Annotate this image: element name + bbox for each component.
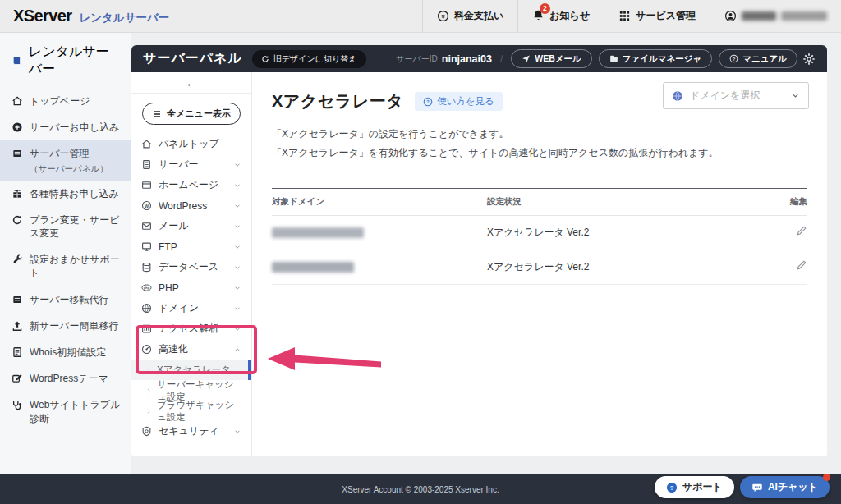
database-icon xyxy=(141,262,152,273)
pencil-icon[interactable] xyxy=(796,225,807,236)
file-manager-button[interactable]: ファイルマネージャ xyxy=(599,49,712,68)
stethoscope-icon xyxy=(11,399,23,410)
account-menu-item[interactable] xyxy=(710,0,841,32)
column-header-domain: 対象ドメイン xyxy=(272,189,487,215)
account-name-redacted xyxy=(742,11,827,21)
panel-menu-item-domain[interactable]: ドメイン xyxy=(131,298,251,318)
chat-bubble-icon xyxy=(751,482,763,493)
menu-label: FTP xyxy=(159,241,177,253)
ai-chat-button[interactable]: AIチャット xyxy=(740,476,830,498)
question-circle-icon xyxy=(666,482,678,493)
chart-icon xyxy=(141,323,152,334)
status-value: Xアクセラレータ Ver.2 xyxy=(487,226,778,240)
panel-menu-subitem-server-cache[interactable]: サーバーキャッシュ設定 xyxy=(131,380,251,401)
panel-menu-item-wordpress[interactable]: WordPress xyxy=(131,195,251,216)
webmail-button[interactable]: WEBメール xyxy=(511,49,592,68)
sidebar-item-server-management[interactable]: サーバー管理 （サーバーパネル） xyxy=(0,140,131,180)
collapse-menu-button[interactable]: ← xyxy=(131,72,251,94)
description-line-2: 「Xアクセラレータ」を有効化することで、サイトの高速化と同時アクセス数の拡張が行… xyxy=(272,144,807,163)
sidebar-item-whois[interactable]: Whois初期値設定 xyxy=(0,339,131,365)
chevron-right-icon xyxy=(145,367,152,373)
panel-menu-item-security[interactable]: セキュリティ xyxy=(131,421,251,442)
domain-select-dropdown[interactable]: ドメインを選択 xyxy=(663,82,809,109)
chevron-down-icon xyxy=(233,263,241,272)
file-manager-label: ファイルマネージャ xyxy=(623,53,701,65)
logo-text-primary: XServer xyxy=(13,7,71,25)
usage-help-link[interactable]: 使い方を見る xyxy=(415,92,503,111)
panel-menu-item-server[interactable]: サーバー xyxy=(131,154,251,175)
sidebar-item-label: サーバー管理 （サーバーパネル） xyxy=(30,147,108,173)
sidebar-item-label: WordPressテーマ xyxy=(30,372,108,385)
panel-menu-subitem-browser-cache[interactable]: ブラウザキャッシュ設定 xyxy=(131,401,251,421)
panel-menu-item-access-analytics[interactable]: アクセス解析 xyxy=(131,318,251,339)
notifications-menu-item[interactable]: 2 お知らせ xyxy=(517,0,604,32)
panel-menu-item-speedup[interactable]: 高速化 xyxy=(131,339,251,360)
sidebar-item-server-transfer[interactable]: サーバー移転代行 xyxy=(0,286,131,313)
menu-label: メール xyxy=(159,219,189,233)
sidebar-item-label: サーバー移転代行 xyxy=(30,293,109,306)
content-area: Xアクセラレータ 使い方を見る ドメインを選択 「Xアクセラレータ」の設定を行う… xyxy=(252,72,827,456)
domain-name-redacted xyxy=(272,227,364,238)
send-icon xyxy=(522,54,531,63)
folder-icon xyxy=(609,54,618,63)
panel-menu-item-mail[interactable]: メール xyxy=(131,216,251,236)
upload-icon xyxy=(11,320,23,332)
notification-dot xyxy=(823,474,830,481)
xserver-logo[interactable]: XServer レンタルサーバー xyxy=(0,7,169,25)
support-button[interactable]: サポート xyxy=(655,476,734,498)
sidebar-item-top-page[interactable]: トップページ xyxy=(0,88,131,114)
panel-menu-item-panel-top[interactable]: パネルトップ xyxy=(131,134,251,154)
grid-icon xyxy=(618,10,631,22)
back-arrow-icon: ← xyxy=(186,76,198,89)
panel-menu-subitem-x-accelerator[interactable]: Xアクセラレータ xyxy=(131,360,251,380)
server-id-label: サーバーID xyxy=(396,53,437,65)
sidebar-item-label: 新サーバー簡単移行 xyxy=(30,319,119,332)
sidebar-title: レンタルサーバー xyxy=(0,33,131,88)
panel-menu: ← 全メニュー表示 パネルトップ サーバー xyxy=(131,72,252,456)
page-description: 「Xアクセラレータ」の設定を行うことができます。 「Xアクセラレータ」を有効化す… xyxy=(272,125,807,163)
submenu-label: Xアクセラレータ xyxy=(157,364,231,376)
sidebar-item-benefits[interactable]: 各種特典お申し込み xyxy=(0,181,131,207)
server-icon xyxy=(11,294,23,305)
sidebar-item-label: Whois初期値設定 xyxy=(30,346,106,359)
payment-menu-item[interactable]: 料金支払い xyxy=(422,0,517,32)
panel-menu-item-ftp[interactable]: FTP xyxy=(131,236,251,257)
panel-menu-item-database[interactable]: データベース xyxy=(131,257,251,277)
person-circle-icon xyxy=(724,10,737,22)
sidebar-item-sublabel: （サーバーパネル） xyxy=(30,163,108,174)
notification-badge: 2 xyxy=(540,3,551,14)
panel-header: サーバーパネル 旧デザインに切り替え サーバーID ninjanai03 / W… xyxy=(131,45,827,72)
sidebar-item-server-apply[interactable]: サーバーお申し込み xyxy=(0,114,131,140)
sidebar-item-site-diagnosis[interactable]: Webサイトトラブル診断 xyxy=(0,392,131,431)
outer-sidebar: レンタルサーバー トップページ サーバーお申し込み サーバー管理 （サーバーパネ… xyxy=(0,33,131,474)
panel-menu-item-homepage[interactable]: ホームページ xyxy=(131,175,251,195)
main-region: サーバーパネル 旧デザインに切り替え サーバーID ninjanai03 / W… xyxy=(131,33,841,474)
sidebar-item-plan-change[interactable]: プラン変更・サービス変更 xyxy=(0,207,131,246)
show-all-menu-button[interactable]: 全メニュー表示 xyxy=(142,103,241,125)
panel-menu-item-php[interactable]: PHP xyxy=(131,277,251,298)
chevron-down-icon xyxy=(233,202,241,210)
sidebar-item-easy-migration[interactable]: 新サーバー簡単移行 xyxy=(0,313,131,339)
edit-icon xyxy=(11,373,23,384)
sidebar-item-managed-support[interactable]: 設定おまかせサポート xyxy=(0,246,131,286)
sidebar-item-wordpress-theme[interactable]: WordPressテーマ xyxy=(0,365,131,392)
home-icon xyxy=(11,95,23,107)
chevron-up-icon xyxy=(233,346,241,354)
panel-body: ← 全メニュー表示 パネルトップ サーバー xyxy=(131,72,827,456)
domain-name-redacted xyxy=(272,262,354,273)
yen-circle-icon xyxy=(437,10,449,22)
manual-button[interactable]: マニュアル xyxy=(719,49,797,68)
old-design-switch-button[interactable]: 旧デザインに切り替え xyxy=(252,50,366,68)
webmail-label: WEBメール xyxy=(535,53,581,65)
notifications-label: お知らせ xyxy=(549,9,590,23)
table-row: Xアクセラレータ Ver.2 xyxy=(272,250,807,285)
mail-icon xyxy=(141,221,152,231)
chevron-down-icon xyxy=(233,161,241,169)
gear-icon[interactable] xyxy=(802,53,816,66)
chevron-down-icon xyxy=(233,222,241,231)
sidebar-item-label: 各種特典お申し込み xyxy=(30,187,119,200)
chevron-down-icon xyxy=(791,91,800,100)
menu-label: ホームページ xyxy=(159,178,218,192)
service-management-menu-item[interactable]: サービス管理 xyxy=(604,0,710,32)
pencil-icon[interactable] xyxy=(796,259,807,271)
